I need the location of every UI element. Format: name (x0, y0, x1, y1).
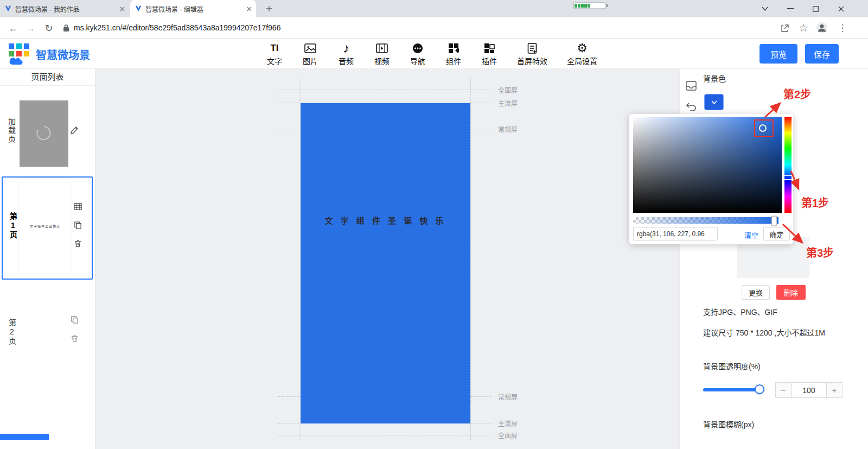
back-icon[interactable]: ← (7, 22, 20, 35)
tool-audio[interactable]: ♪ 音频 (336, 42, 356, 66)
bg-blur-label: 背景图模糊(px) (703, 419, 754, 429)
avatar[interactable] (816, 22, 828, 34)
window-minimize-icon[interactable] (783, 1, 798, 16)
tab-favicon (4, 5, 12, 12)
delete-page-icon[interactable] (73, 238, 82, 248)
page-list-sidebar: 页面列表 加载页 第1页 文字组件圣诞快乐 (0, 69, 95, 449)
tool-global-settings[interactable]: ⚙ 全局设置 (565, 42, 599, 66)
nav-tool-icon (412, 42, 423, 55)
copy-page-icon[interactable] (73, 220, 82, 230)
save-button[interactable]: 保存 (805, 44, 839, 64)
color-picker-popup: 清空 确定 (629, 114, 793, 244)
alpha-slider-handle[interactable] (771, 216, 777, 226)
text-component[interactable]: 文 字 组 件 圣 诞 快 乐 (301, 214, 470, 226)
page-label-loading: 加载页 (6, 118, 17, 144)
share-icon[interactable] (779, 22, 791, 34)
tool-first-screen-effect[interactable]: 首屏特效 (515, 42, 549, 66)
app-header: 智慧微场景 TI 文字 图片 ♪ 音频 视频 (0, 39, 868, 69)
bg-color-swatch[interactable] (704, 94, 724, 110)
settings-gear-icon: ⚙ (577, 42, 588, 55)
page-item-2[interactable]: 第2页 (2, 302, 93, 368)
size-recommendation-text: 建议尺寸 750 * 1200 ,大小不超过1M (703, 327, 825, 338)
phone-page-canvas[interactable]: 文 字 组 件 圣 诞 快 乐 (301, 103, 470, 423)
opacity-increase-button[interactable]: + (826, 382, 843, 398)
delete-image-button[interactable]: 删除 (776, 285, 806, 300)
browser-tab-1[interactable]: 智慧微场景 - 我的作品 (0, 0, 129, 17)
page-thumbnail-1[interactable]: 文字组件圣诞快乐 (18, 182, 72, 274)
edit-page-icon[interactable] (69, 125, 79, 135)
brand-title: 智慧微场景 (36, 47, 90, 62)
url-text[interactable]: ms.kyk251.cn/#/editor/58e29f5ad38543a8a1… (74, 23, 280, 32)
tool-video[interactable]: 视频 (372, 42, 392, 66)
screen: 智慧微场景 - 我的作品 智慧微场景 - 编辑器 (0, 0, 868, 449)
browser-menu-icon[interactable]: ⋮ (837, 22, 848, 34)
audio-tool-icon: ♪ (343, 42, 349, 55)
browser-tab-bar: 智慧微场景 - 我的作品 智慧微场景 - 编辑器 (0, 0, 868, 17)
opacity-decrease-button[interactable]: − (775, 382, 792, 398)
undo-icon[interactable] (684, 99, 698, 113)
page-item-1-selected[interactable]: 第1页 文字组件圣诞快乐 (2, 176, 93, 280)
app-logo (8, 42, 30, 67)
confirm-color-button[interactable]: 确定 (763, 227, 790, 241)
tab-title: 智慧微场景 - 编辑器 (145, 4, 244, 14)
guide-label: 主流屏 (498, 98, 518, 107)
hue-slider-handle[interactable] (783, 175, 793, 180)
tab-title: 智慧微场景 - 我的作品 (15, 4, 117, 14)
hue-slider[interactable] (784, 117, 792, 213)
browser-address-bar: ← → ↻ ms.kyk251.cn/#/editor/58e29f5ad385… (0, 17, 868, 39)
page-label-2: 第2页 (7, 319, 17, 346)
effect-tool-icon (527, 42, 537, 55)
browser-tab-2[interactable]: 智慧微场景 - 编辑器 (130, 0, 256, 17)
opacity-slider-handle[interactable] (755, 384, 764, 394)
opacity-value[interactable]: 100 (792, 382, 826, 398)
window-close-icon[interactable] (833, 1, 848, 16)
tool-image[interactable]: 图片 (301, 42, 320, 66)
tool-nav[interactable]: 导航 (408, 42, 427, 66)
new-tab-button[interactable] (261, 1, 277, 16)
rgba-value-input[interactable] (633, 227, 718, 241)
step2-target-box (754, 119, 774, 137)
bookmark-star-icon[interactable]: ☆ (797, 22, 809, 34)
copy-page-icon[interactable] (69, 314, 79, 324)
guide-label: 常规屏 (498, 124, 518, 134)
thumbnail-text: 文字组件圣诞快乐 (18, 224, 72, 229)
page-thumbnail-loading[interactable] (20, 100, 68, 167)
guide-label: 常规屏 (498, 392, 518, 401)
bg-opacity-label: 背景图透明度(%) (703, 361, 761, 371)
plugin-tool-icon (484, 42, 495, 55)
opacity-stepper: − 100 + (775, 382, 843, 398)
canvas-guide-vline (470, 78, 471, 440)
window-dropdown-icon[interactable] (757, 1, 773, 16)
tab-favicon (135, 5, 142, 12)
tab-close-icon[interactable] (120, 7, 125, 11)
page-grid-icon[interactable] (73, 201, 82, 211)
preview-button[interactable]: 预览 (760, 44, 797, 64)
forward-icon[interactable]: → (24, 22, 37, 35)
bg-color-label: 背景色 (703, 73, 726, 84)
window-maximize-icon[interactable] (808, 1, 823, 16)
text-tool-icon: TI (270, 42, 278, 55)
guide-label: 全面屏 (498, 431, 518, 440)
inbox-icon[interactable] (684, 79, 698, 93)
tool-component[interactable]: 组件 (444, 42, 463, 66)
canvas-guide-hline (278, 90, 491, 90)
page-label-1: 第1页 (8, 212, 18, 239)
sidebar-bottom-bar (0, 434, 49, 440)
guide-label: 全面屏 (498, 85, 518, 94)
alpha-slider[interactable] (633, 217, 778, 224)
loading-spinner-icon (33, 122, 55, 144)
component-tool-icon (448, 42, 459, 55)
delete-page-icon[interactable] (69, 333, 79, 343)
editor-canvas[interactable]: 全面屏 主流屏 常规屏 常规屏 主流屏 全面屏 文 字 组 件 圣 诞 快 乐 (95, 69, 679, 449)
clear-color-link[interactable]: 清空 (744, 230, 758, 240)
refresh-icon[interactable]: ↻ (42, 22, 55, 35)
editor-toolbar: TI 文字 图片 ♪ 音频 视频 (265, 39, 599, 69)
video-tool-icon (376, 42, 388, 55)
tab-close-icon[interactable] (247, 7, 252, 11)
battery-indicator (573, 2, 609, 11)
tool-plugin[interactable]: 插件 (480, 42, 499, 66)
replace-image-button[interactable]: 更换 (742, 285, 770, 300)
supported-formats-text: 支持JPG、PNG、GIF (703, 306, 777, 317)
page-list-title: 页面列表 (0, 69, 95, 86)
tool-text[interactable]: TI 文字 (265, 42, 284, 66)
